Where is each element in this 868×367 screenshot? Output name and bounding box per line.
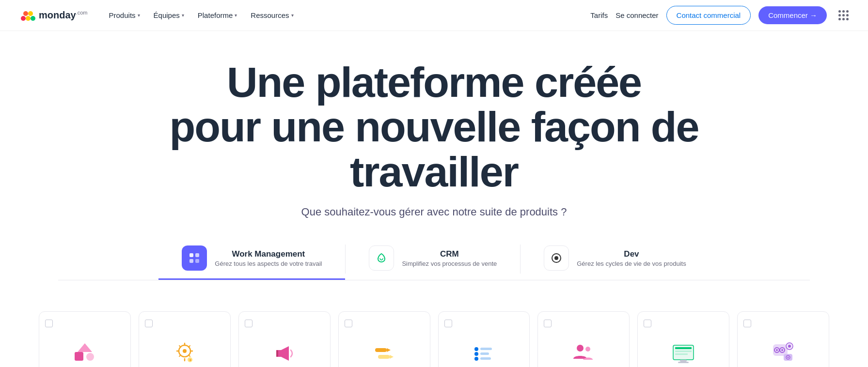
tab-dev[interactable]: Dev Gérez les cycles de vie de vos produ… [521, 238, 709, 280]
svg-point-33 [474, 347, 478, 351]
svg-point-56 [788, 345, 791, 348]
svg-rect-46 [678, 362, 689, 363]
nav-connect[interactable]: Se connecter [615, 11, 658, 19]
card-it[interactable]: Informatique [637, 311, 729, 367]
card-checkbox-more[interactable] [743, 320, 751, 327]
chevron-down-icon: ▾ [235, 13, 237, 18]
cards-section: Création etdesign ✦ Opérations [0, 300, 868, 367]
svg-rect-28 [276, 350, 278, 357]
svg-point-11 [554, 256, 558, 260]
svg-rect-6 [189, 253, 193, 257]
svg-rect-38 [480, 357, 491, 360]
contact-commercial-button[interactable]: Contact commercial [666, 6, 751, 25]
svg-rect-34 [480, 348, 492, 350]
nav-produits[interactable]: Produits ▾ [103, 7, 146, 23]
card-hr[interactable]: Ressourceshumaines [537, 311, 630, 367]
svg-line-24 [189, 355, 190, 356]
marketing-icon [245, 339, 324, 367]
logo-wordmark: monday.com [39, 10, 88, 21]
tab-wm-text: Work Management Gérez tous les aspects d… [215, 249, 322, 267]
svg-point-5 [28, 11, 33, 16]
svg-rect-29 [375, 348, 387, 352]
chevron-down-icon: ▾ [182, 13, 184, 18]
svg-rect-36 [480, 352, 489, 355]
nav-tarifs[interactable]: Tarifs [590, 11, 608, 19]
navbar: monday.com Produits ▾ Équipes ▾ Platefor… [0, 0, 868, 31]
work-management-icon [182, 245, 207, 271]
logo[interactable]: monday.com [19, 7, 88, 24]
hero-title: Une plateforme créée pour une nouvelle f… [119, 60, 749, 194]
it-icon [644, 339, 723, 367]
svg-rect-43 [675, 351, 692, 352]
tabs-underline [58, 280, 810, 280]
tab-crm[interactable]: CRM Simplifiez vos processus de vente [346, 238, 520, 280]
tab-work-management[interactable]: Work Management Gérez tous les aspects d… [158, 238, 345, 280]
tab-dev-text: Dev Gérez les cycles de vie de vos produ… [577, 249, 686, 267]
hr-icon [544, 339, 623, 367]
svg-rect-31 [378, 355, 390, 359]
svg-point-1 [21, 16, 26, 21]
card-more[interactable]: Plus deprocessusde travail [737, 311, 829, 367]
apps-grid-icon[interactable] [838, 10, 849, 20]
hero-subtitle: Que souhaitez-vous gérer avec notre suit… [19, 206, 849, 218]
svg-point-49 [776, 349, 778, 351]
hero-section: Une plateforme créée pour une nouvelle f… [0, 31, 868, 300]
svg-rect-0 [19, 7, 37, 24]
svg-line-22 [189, 346, 190, 347]
ops-icon: ✦ [145, 339, 224, 367]
card-marketing[interactable]: Marketing [238, 311, 331, 367]
svg-line-21 [179, 346, 181, 347]
card-ops[interactable]: ✦ Opérations [139, 311, 231, 367]
svg-line-23 [179, 355, 181, 356]
svg-point-4 [23, 11, 28, 16]
nav-links: Produits ▾ Équipes ▾ Plateforme ▾ Ressou… [103, 7, 587, 23]
project-icon [345, 339, 424, 367]
svg-rect-44 [675, 353, 688, 355]
svg-rect-12 [75, 352, 83, 361]
logo-icon [19, 7, 37, 24]
svg-point-51 [781, 349, 783, 351]
svg-point-40 [585, 347, 590, 352]
nav-equipes[interactable]: Équipes ▾ [148, 7, 190, 23]
card-checkbox-tasks[interactable] [444, 320, 452, 327]
tab-crm-text: CRM Simplifiez vos processus de vente [402, 249, 497, 267]
crm-icon [369, 245, 394, 271]
card-project[interactable]: Gestion deprojet [338, 311, 430, 367]
card-checkbox-it[interactable] [644, 320, 651, 327]
svg-point-2 [26, 16, 31, 21]
card-design[interactable]: Création etdesign [39, 311, 131, 367]
card-checkbox-marketing[interactable] [245, 320, 253, 327]
svg-marker-30 [387, 348, 391, 352]
svg-point-20 [183, 349, 187, 353]
more-icon [743, 339, 823, 367]
svg-point-39 [577, 345, 584, 352]
design-icon [45, 339, 125, 367]
card-tasks[interactable]: Gestion destâches [438, 311, 530, 367]
svg-point-35 [474, 352, 478, 356]
svg-point-14 [86, 353, 94, 361]
card-checkbox-hr[interactable] [544, 320, 552, 327]
svg-point-3 [31, 16, 35, 21]
svg-marker-13 [78, 343, 92, 352]
svg-text:✦: ✦ [189, 358, 192, 363]
nav-ressources[interactable]: Ressources ▾ [245, 7, 299, 23]
svg-marker-32 [390, 355, 394, 359]
svg-rect-8 [189, 259, 193, 263]
svg-rect-42 [675, 347, 692, 349]
card-checkbox-project[interactable] [345, 320, 352, 327]
chevron-down-icon: ▾ [291, 13, 294, 18]
nav-right: Tarifs Se connecter Contact commercial C… [590, 6, 849, 25]
chevron-down-icon: ▾ [138, 13, 140, 18]
svg-point-54 [788, 357, 789, 358]
product-tabs: Work Management Gérez tous les aspects d… [19, 238, 849, 280]
dev-icon [544, 245, 569, 271]
commencer-button[interactable]: Commencer → [758, 6, 827, 24]
tasks-icon [444, 339, 524, 367]
card-checkbox-design[interactable] [45, 320, 53, 327]
svg-rect-9 [195, 259, 199, 263]
svg-rect-7 [195, 253, 199, 257]
nav-plateforme[interactable]: Plateforme ▾ [192, 7, 243, 23]
svg-rect-45 [680, 360, 687, 362]
card-checkbox-ops[interactable] [145, 320, 153, 327]
svg-point-37 [474, 357, 478, 361]
